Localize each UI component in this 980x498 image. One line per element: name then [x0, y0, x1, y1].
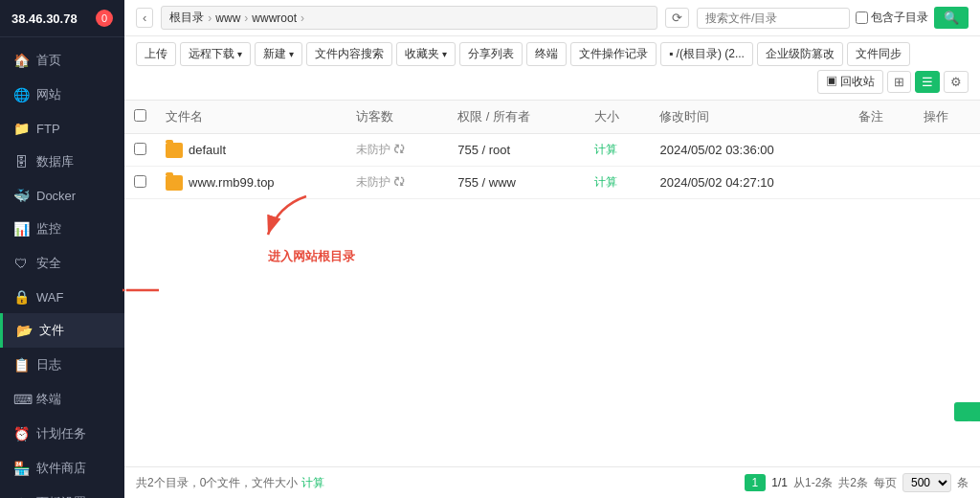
row-checkbox-1[interactable]: [134, 175, 146, 188]
sidebar-item-files[interactable]: 📂文件: [0, 313, 124, 348]
server-ip: 38.46.30.78: [11, 11, 78, 26]
sidebar-item-monitor[interactable]: 📊监控: [0, 212, 124, 246]
float-service[interactable]: 客服评价: [954, 402, 980, 421]
select-all-checkbox[interactable]: [134, 109, 146, 122]
cron-icon: ⏰: [13, 426, 29, 441]
table-row: default 未防护 🗘 755 / root 计算 2024/05/02 0…: [124, 134, 980, 167]
unit-label: 条: [957, 475, 969, 491]
sidebar-item-label: 面板设置: [36, 494, 86, 498]
sidebar-item-database[interactable]: 🗄数据库: [0, 145, 124, 179]
sidebar-item-settings[interactable]: ⚙面板设置: [0, 486, 124, 498]
settings-button[interactable]: ⚙: [944, 71, 969, 93]
search-input[interactable]: [697, 8, 850, 29]
annotation-text: 进入网站根目录: [268, 248, 355, 265]
share-list-button[interactable]: 分享列表: [459, 42, 523, 66]
calc-size[interactable]: 计算: [594, 143, 617, 156]
topbar: ‹ 根目录 › www › wwwroot › ⟳ 包含子目录 🔍: [124, 0, 980, 36]
visit-status: 未防护 🗘: [356, 143, 405, 156]
file-name[interactable]: default: [189, 143, 226, 157]
breadcrumb-www: www: [215, 11, 240, 25]
per-page-select[interactable]: 500 100 50: [902, 473, 951, 492]
collect-dropdown-icon: ▾: [442, 49, 447, 59]
footer-calc-link[interactable]: 计算: [301, 475, 324, 491]
page-total: 1/1: [771, 476, 788, 489]
col-op: 操作: [914, 101, 980, 134]
sync-button[interactable]: 文件同步: [847, 42, 910, 66]
sidebar-item-security[interactable]: 🛡安全: [0, 246, 124, 281]
recycle-button[interactable]: ▣ 回收站: [817, 70, 883, 94]
permissions: 755 / root: [457, 143, 510, 157]
refresh-button[interactable]: ⟳: [665, 8, 689, 28]
sidebar-item-docker[interactable]: 🐳Docker: [0, 179, 124, 212]
website-icon: 🌐: [13, 87, 29, 102]
enterprise-button[interactable]: 企业级防篡改: [757, 42, 843, 66]
sidebar-item-label: 计划任务: [36, 425, 86, 442]
collect-button[interactable]: 收藏夹 ▾: [396, 42, 456, 66]
sidebar-item-home[interactable]: 🏠首页: [0, 43, 124, 78]
sidebar-item-label: 数据库: [36, 153, 74, 170]
sidebar-item-website[interactable]: 🌐网站: [0, 78, 124, 112]
sidebar-item-waf[interactable]: 🔒WAF: [0, 281, 124, 313]
sidebar-item-label: 安全: [36, 255, 61, 272]
modify-time: 2024/05/02 03:36:00: [659, 143, 773, 157]
visit-status: 未防护 🗘: [356, 175, 405, 189]
search-bar: 包含子目录 🔍: [697, 7, 969, 29]
from-to: 从1-2条: [793, 475, 833, 491]
sidebar-item-cron[interactable]: ⏰计划任务: [0, 417, 124, 451]
total-count: 共2条: [838, 475, 868, 491]
remote-download-button[interactable]: 远程下载 ▾: [180, 42, 251, 66]
grid-view-button[interactable]: ⊞: [887, 71, 911, 93]
sidebar-item-label: 首页: [36, 52, 61, 69]
modify-time: 2024/05/02 04:27:10: [659, 175, 773, 190]
permissions: 755 / www: [457, 175, 516, 190]
file-explorer-button[interactable]: 文件内容搜索: [306, 42, 392, 66]
new-button[interactable]: 新建 ▾: [255, 42, 302, 66]
database-icon: 🗄: [13, 154, 29, 170]
sidebar-item-label: 网站: [36, 86, 61, 103]
sidebar-item-label: FTP: [36, 122, 60, 136]
terminal-button[interactable]: 终端: [526, 42, 567, 66]
docker-icon: 🐳: [13, 188, 29, 203]
col-size: 大小: [585, 101, 651, 134]
page-number-button[interactable]: 1: [745, 474, 767, 491]
sidebar-item-label: 软件商店: [36, 460, 86, 477]
new-dropdown-icon: ▾: [289, 49, 294, 59]
sidebar-item-logs[interactable]: 📋日志: [0, 348, 124, 382]
sidebar-item-label: Docker: [36, 189, 76, 203]
list-view-button[interactable]: ☰: [915, 71, 940, 93]
notification-badge: 0: [96, 10, 113, 27]
logs-icon: 📋: [13, 357, 29, 373]
col-visits: 访客数: [346, 101, 448, 134]
search-button[interactable]: 🔍: [934, 7, 969, 29]
back-button[interactable]: ‹: [136, 8, 153, 28]
folder-icon: [166, 143, 183, 158]
file-table: 文件名 访客数 权限 / 所有者 大小 修改时间 备注 操作 default 未…: [124, 101, 980, 199]
sidebar-item-store[interactable]: 🏪软件商店: [0, 451, 124, 486]
sidebar-item-label: WAF: [36, 290, 63, 305]
terminal-icon: ⌨: [13, 392, 29, 407]
sidebar-item-ftp[interactable]: 📁FTP: [0, 112, 124, 145]
root-dir-button[interactable]: ▪ /(根目录) (2...: [660, 42, 753, 66]
security-icon: 🛡: [13, 256, 29, 271]
toolbar-right: ▣ 回收站 ⊞ ☰ ⚙: [817, 70, 969, 94]
calc-size[interactable]: 计算: [594, 175, 617, 189]
breadcrumb: 根目录 › www › wwwroot ›: [161, 6, 657, 30]
upload-button[interactable]: 上传: [136, 42, 176, 66]
sidebar-item-terminal[interactable]: ⌨终端: [0, 382, 124, 417]
dropdown-arrow-icon: ▾: [237, 49, 242, 59]
file-log-button[interactable]: 文件操作记录: [570, 42, 657, 66]
col-perm: 权限 / 所有者: [448, 101, 585, 134]
sidebar: 38.46.30.78 0 🏠首页🌐网站📁FTP🗄数据库🐳Docker📊监控🛡安…: [0, 0, 124, 498]
ftp-icon: 📁: [13, 121, 29, 136]
per-page-label: 每页: [874, 475, 897, 491]
file-name[interactable]: www.rmb99.top: [189, 175, 275, 190]
row-checkbox-0[interactable]: [134, 143, 146, 155]
footer-pagination: 1 1/1 从1-2条 共2条 每页 500 100 50 条: [745, 473, 969, 492]
store-icon: 🏪: [13, 461, 29, 476]
folder-icon: [166, 175, 183, 191]
toolbar: 上传 远程下载 ▾ 新建 ▾ 文件内容搜索 收藏夹 ▾ 分享列表 终端 文件操作…: [124, 36, 980, 101]
sidebar-item-label: 文件: [39, 322, 64, 339]
sidebar-item-label: 监控: [36, 220, 61, 238]
include-subdir-checkbox[interactable]: [856, 11, 868, 24]
footer-summary: 共2个目录，0个文件，文件大小 计算: [136, 475, 324, 491]
